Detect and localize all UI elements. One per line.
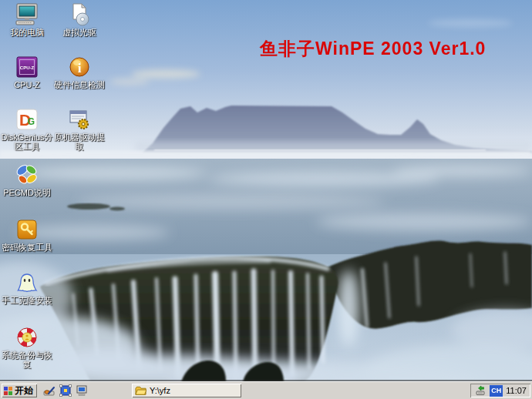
desktop-icon-label: 硬件信息检测: [54, 80, 105, 89]
desktop-icon-label: CPU-Z: [14, 80, 40, 89]
version-banner: 鱼非子WinPE 2003 Ver1.0: [260, 37, 486, 61]
screen-resolution-icon: [59, 384, 72, 397]
desktop-icon-label: DiskGenius分区工具: [0, 132, 56, 151]
task-button-label: Y:\yfz: [150, 386, 170, 395]
display-properties-icon: [76, 384, 88, 397]
desktop-icon-label: 密码恢复工具: [2, 243, 52, 252]
tray-clock[interactable]: 11:07: [506, 386, 527, 395]
screen-resolution-button[interactable]: [59, 384, 72, 397]
start-button[interactable]: 开始: [2, 384, 37, 397]
start-label: 开始: [15, 384, 33, 397]
desktop-icon-backup-restore[interactable]: 系统备份与恢复: [0, 325, 56, 369]
desktop-icon-virtual-cdrom[interactable]: 虚拟光驱: [51, 2, 108, 37]
start-logo-icon: [4, 387, 12, 395]
desktop-icon-hardware-info[interactable]: i 硬件信息检测: [51, 55, 108, 89]
desktop-icon-label: 我的电脑: [10, 28, 44, 37]
desktop-icon-label: 系统备份与恢复: [0, 350, 56, 369]
show-desktop-button[interactable]: [42, 384, 56, 397]
task-button-yfz[interactable]: Y:\yfz: [132, 384, 241, 397]
diskgenius-icon: D G: [15, 107, 39, 132]
safely-remove-hardware-icon[interactable]: [474, 384, 487, 397]
desktop-icon-label: 原机器驱动提取: [51, 132, 108, 151]
pecmd-butterfly-icon: [15, 163, 39, 187]
desktop-icon-driver-extract[interactable]: 原机器驱动提取: [51, 107, 108, 151]
quick-launch: [42, 384, 89, 397]
hardware-info-icon: i: [67, 55, 92, 79]
desktop-icon-cpu-z[interactable]: CPU-Z CPU-Z: [0, 55, 56, 89]
svg-text:i: i: [78, 61, 82, 75]
my-computer-icon: [15, 2, 39, 27]
desktop-icon-pecmd-readme[interactable]: PECMD说明: [0, 163, 56, 197]
key-icon: [15, 217, 39, 242]
lifebuoy-icon: [15, 325, 39, 350]
folder-icon: [135, 385, 146, 397]
display-properties-button[interactable]: [75, 384, 89, 397]
taskbar: 开始: [0, 381, 532, 399]
svg-text:CPU-Z: CPU-Z: [20, 65, 35, 70]
cpu-z-icon: CPU-Z: [15, 55, 39, 79]
desktop-icon-diskgenius[interactable]: D G DiskGenius分区工具: [0, 107, 56, 151]
desktop-icon-password-recovery[interactable]: 密码恢复工具: [0, 217, 56, 252]
virtual-cdrom-icon: [67, 2, 92, 27]
desktop-icon-ghost-clone[interactable]: 手工克隆安装: [0, 270, 56, 305]
desktop-icon-label: PECMD说明: [3, 188, 51, 197]
desktop: 鱼非子WinPE 2003 Ver1.0 我的电脑: [0, 0, 532, 382]
driver-extract-icon: [67, 107, 92, 132]
svg-text:G: G: [28, 116, 35, 127]
ghost-icon: [15, 270, 39, 295]
desktop-icon-label: 虚拟光驱: [62, 28, 96, 37]
ime-indicator[interactable]: CH: [490, 385, 503, 397]
desktop-icon-label: 手工克隆安装: [2, 296, 52, 305]
show-desktop-icon: [43, 384, 56, 397]
desktop-icon-my-computer[interactable]: 我的电脑: [0, 2, 56, 37]
system-tray: CH 11:07: [470, 384, 530, 397]
